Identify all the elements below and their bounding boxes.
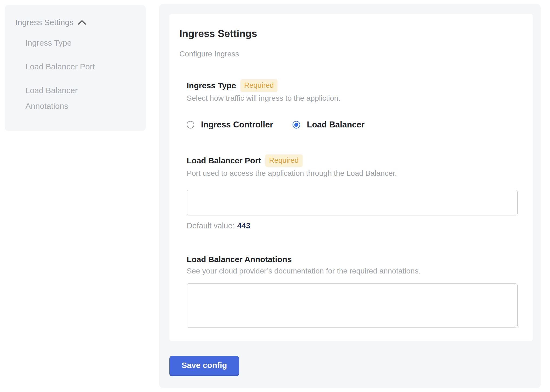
- sidebar-item-list: Ingress Type Load Balancer Port Load Bal…: [25, 35, 135, 114]
- load-balancer-port-label: Load Balancer Port: [187, 156, 261, 166]
- sidebar-section-label: Ingress Settings: [15, 18, 73, 27]
- load-balancer-radio-label: Load Balancer: [307, 120, 365, 130]
- save-config-button[interactable]: Save config: [169, 356, 239, 376]
- load-balancer-port-input[interactable]: [187, 190, 518, 215]
- field-load-balancer-port: Load Balancer Port Required Port used to…: [187, 154, 518, 231]
- default-value: 443: [237, 221, 250, 230]
- ingress-settings-panel: Ingress Settings Configure Ingress Ingre…: [159, 4, 541, 388]
- load-balancer-radio[interactable]: [293, 121, 300, 129]
- default-value-row: Default value:443: [187, 221, 518, 231]
- required-badge: Required: [240, 79, 278, 92]
- sidebar-item-ingress-type[interactable]: Ingress Type: [25, 35, 109, 51]
- page-title: Ingress Settings: [179, 28, 518, 40]
- load-balancer-annotations-textarea[interactable]: [187, 283, 518, 328]
- default-value-label: Default value:: [187, 221, 234, 230]
- chevron-up-icon: [78, 20, 86, 25]
- radio-option-ingress-controller[interactable]: Ingress Controller: [187, 120, 273, 130]
- settings-nav-sidebar: Ingress Settings Ingress Type Load Balan…: [5, 5, 146, 131]
- field-load-balancer-annotations: Load Balancer Annotations See your cloud…: [187, 254, 518, 328]
- ingress-settings-card: Ingress Settings Configure Ingress Ingre…: [169, 14, 533, 341]
- radio-option-load-balancer[interactable]: Load Balancer: [293, 120, 365, 130]
- sidebar-item-load-balancer-port[interactable]: Load Balancer Port: [25, 59, 109, 75]
- load-balancer-port-description: Port used to access the application thro…: [187, 168, 518, 178]
- ingress-controller-radio[interactable]: [187, 121, 194, 129]
- ingress-type-description: Select how traffic will ingress to the a…: [187, 93, 518, 103]
- field-ingress-type: Ingress Type Required Select how traffic…: [187, 79, 518, 130]
- ingress-settings-form: Ingress Type Required Select how traffic…: [179, 79, 518, 328]
- ingress-controller-radio-label: Ingress Controller: [201, 120, 273, 130]
- load-balancer-annotations-label: Load Balancer Annotations: [187, 254, 292, 265]
- page-subtitle: Configure Ingress: [179, 49, 518, 59]
- required-badge: Required: [265, 154, 303, 167]
- load-balancer-annotations-description: See your cloud provider’s documentation …: [187, 266, 518, 276]
- sidebar-item-load-balancer-annotations[interactable]: Load Balancer Annotations: [25, 83, 109, 114]
- ingress-type-label: Ingress Type: [187, 80, 236, 91]
- ingress-type-options: Ingress Controller Load Balancer: [187, 120, 518, 130]
- sidebar-section-ingress-settings[interactable]: Ingress Settings: [15, 18, 135, 27]
